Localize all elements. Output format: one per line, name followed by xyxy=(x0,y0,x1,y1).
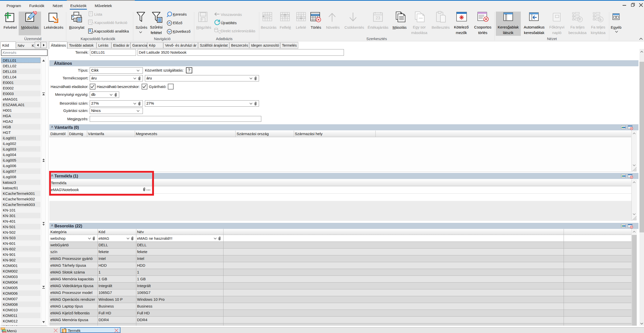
svg-text:23: 23 xyxy=(376,16,380,20)
